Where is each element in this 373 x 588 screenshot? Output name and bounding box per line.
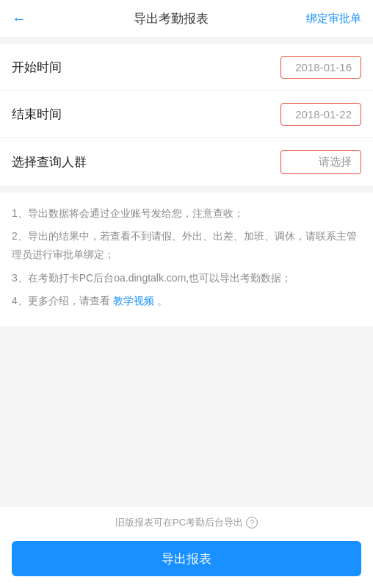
start-time-row[interactable]: 开始时间 2018-01-16 [0, 44, 373, 91]
start-time-input[interactable]: 2018-01-16 [280, 56, 361, 79]
bottom-hint: 旧版报表可在PC考勤后台导出 ? [0, 507, 373, 535]
group-row[interactable]: 选择查询人群 请选择 [0, 138, 373, 187]
notice-item-3: 3、在考勤打卡PC后台oa.dingtalk.com,也可以导出考勤数据； [12, 269, 361, 287]
notice-item-4: 4、更多介绍，请查看 教学视频 。 [12, 292, 361, 310]
notice-item-2: 2、导出的结果中，若查看不到请假、外出、出差、加班、调休，请联系主管理员进行审批… [12, 227, 361, 264]
header: ← 导出考勤报表 绑定审批单 [0, 0, 373, 38]
page-title: 导出考勤报表 [35, 10, 306, 27]
end-time-input[interactable]: 2018-01-22 [280, 103, 361, 126]
bottom-area: 旧版报表可在PC考勤后台导出 ? 导出报表 [0, 507, 373, 588]
start-time-label: 开始时间 [12, 59, 62, 76]
notice-item-1: 1、导出数据将会通过企业账号发给您，注意查收； [12, 204, 361, 223]
hint-text: 旧版报表可在PC考勤后台导出 [115, 516, 243, 529]
group-label: 选择查询人群 [12, 154, 87, 171]
group-select[interactable]: 请选择 [280, 150, 361, 174]
back-button[interactable]: ← [12, 10, 35, 27]
form-section: 开始时间 2018-01-16 结束时间 2018-01-22 选择查询人群 请… [0, 44, 373, 187]
end-time-label: 结束时间 [12, 106, 62, 123]
tutorial-video-link[interactable]: 教学视频 [113, 295, 154, 306]
end-time-row[interactable]: 结束时间 2018-01-22 [0, 91, 373, 138]
export-button[interactable]: 导出报表 [12, 541, 361, 576]
bind-approval-button[interactable]: 绑定审批单 [306, 12, 361, 26]
notice-section: 1、导出数据将会通过企业账号发给您，注意查收； 2、导出的结果中，若查看不到请假… [0, 193, 373, 326]
hint-icon: ? [246, 517, 258, 528]
